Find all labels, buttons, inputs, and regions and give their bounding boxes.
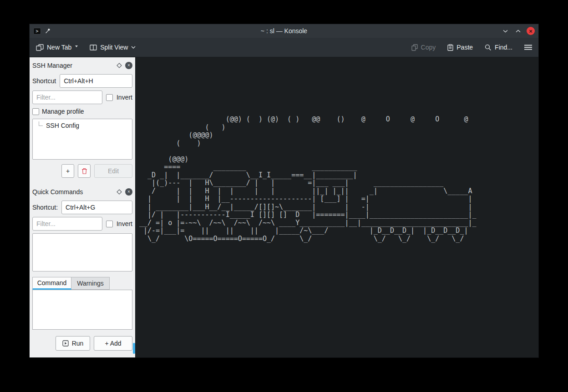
qc-invert-label: Invert [117,220,132,227]
terminal-output-sl-train: (@@) ( ) (@) ( ) @@ () @ O @ O @ ( ) (@@… [139,116,538,243]
terminal-area[interactable]: (@@) ( ) (@) ( ) @@ () @ O @ O @ ( ) (@@… [136,57,538,357]
edit-button-label: Edit [108,167,119,175]
toolbar: New Tab Split View [30,38,538,57]
pin-icon [45,28,51,34]
add-button-label: + Add [105,340,121,347]
search-icon [485,44,492,51]
ssh-delete-button[interactable] [78,164,91,178]
command-textarea[interactable] [32,290,132,330]
ssh-invert-checkbox[interactable] [106,94,113,101]
ssh-invert-label: Invert [117,94,132,101]
konsole-window: > ~ : sl — Konsole [29,24,539,358]
chevron-down-icon [503,30,508,33]
quick-commands-title: Quick Commands [32,188,117,196]
ssh-manager-title: SSH Manager [32,62,117,69]
tree-item-ssh-config[interactable]: SSH Config [35,121,130,129]
ssh-config-list[interactable]: SSH Config [32,119,132,160]
plus-icon: + [66,167,70,175]
split-view-button[interactable]: Split View [90,44,136,51]
ssh-manager-panel: SSH Manager × Shortcut [32,60,132,178]
close-icon: × [127,189,130,194]
new-tab-label: New Tab [47,44,71,51]
paste-button[interactable]: Paste [447,44,473,51]
close-button[interactable]: × [527,27,535,35]
quick-commands-panel: Quick Commands × Shortcut: [32,186,132,351]
quick-commands-header[interactable]: Quick Commands × [32,186,132,198]
chevron-up-icon [516,30,521,33]
tab-warnings-label: Warnings [77,280,104,287]
menu-button[interactable] [524,45,532,50]
ssh-edit-button[interactable]: Edit [94,164,132,178]
split-view-icon [90,45,97,50]
qc-filter-input[interactable] [32,217,102,231]
qc-tabs: Command Warnings [32,277,132,290]
run-button-label: Run [72,340,84,347]
sidebar: SSH Manager × Shortcut [30,57,136,357]
copy-label: Copy [421,44,436,51]
window-title: ~ : sl — Konsole [30,27,538,35]
trash-icon [81,168,87,174]
float-panel-button[interactable] [117,189,122,195]
close-icon: × [127,63,130,68]
find-label: Find... [495,44,512,51]
copy-icon [411,44,418,51]
konsole-icon: > [33,28,41,35]
shortcut-label: Shortcut [32,77,56,85]
ssh-shortcut-input[interactable] [60,74,132,88]
close-panel-button[interactable]: × [125,62,132,69]
manage-profile-label: Manage profile [42,108,84,115]
maximize-button[interactable] [514,27,522,35]
new-tab-icon [36,44,44,51]
ssh-filter-input[interactable] [32,90,102,104]
tab-command-label: Command [37,279,67,286]
tab-warnings[interactable]: Warnings [71,277,110,290]
close-panel-button[interactable]: × [125,188,132,196]
manage-profile-checkbox[interactable] [32,108,39,115]
close-icon: × [529,28,532,34]
hamburger-icon [524,45,532,50]
tree-item-label: SSH Config [46,122,79,129]
find-button[interactable]: Find... [485,44,512,51]
diamond-icon [117,189,122,195]
titlebar[interactable]: > ~ : sl — Konsole [30,24,538,38]
qc-invert-checkbox[interactable] [106,221,113,227]
diamond-icon [117,63,122,68]
qc-add-button[interactable]: + Add [94,336,132,351]
copy-button[interactable]: Copy [411,44,436,51]
paste-icon [447,44,453,51]
float-panel-button[interactable] [117,63,122,68]
chevron-down-icon [131,46,136,49]
run-button[interactable]: Run [56,336,90,351]
paste-label: Paste [456,44,473,51]
sidebar-scrollbar-thumb[interactable] [133,343,135,354]
tree-branch-icon [39,121,43,126]
run-icon [62,340,69,347]
shortcut-label: Shortcut: [32,204,58,211]
qc-shortcut-input[interactable] [61,201,132,214]
ssh-manager-header[interactable]: SSH Manager × [32,60,132,71]
ssh-add-button[interactable]: + [61,164,74,178]
split-view-label: Split View [100,44,128,51]
minimize-button[interactable] [501,27,509,35]
quick-commands-list[interactable] [32,233,132,271]
new-tab-dropdown-caret-icon[interactable] [75,45,78,47]
new-tab-button[interactable]: New Tab [36,44,78,51]
tab-command[interactable]: Command [32,277,71,290]
